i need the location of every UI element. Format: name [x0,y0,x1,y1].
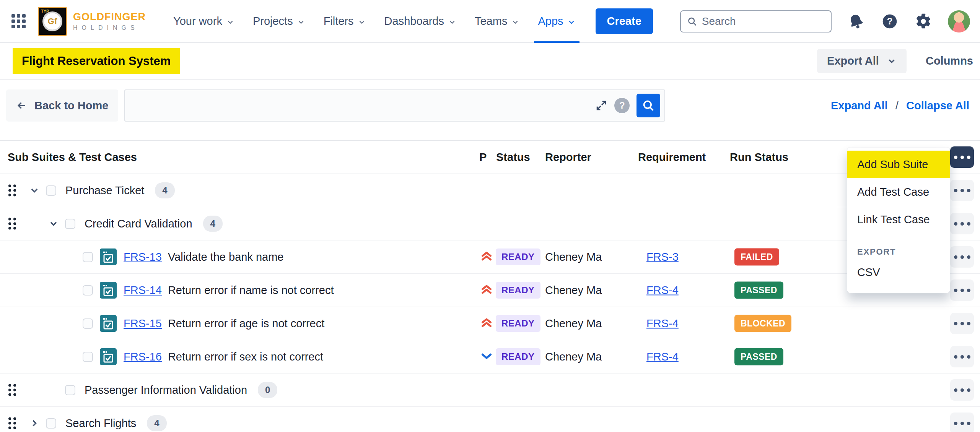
expand-collapse-links: Expand All / Collapse All [831,89,970,122]
row-checkbox[interactable] [65,385,75,395]
suite-actions-more-button[interactable] [950,146,974,168]
table-row: FRS-13 Validate the bank name READY Chen… [0,240,980,274]
collapse-chevron-icon[interactable] [28,185,41,196]
reporter-name: Cheney Ma [545,317,602,330]
columns-button[interactable]: Columns [926,55,973,67]
menu-apps[interactable]: Apps [529,0,584,43]
suite-name[interactable]: Credit Card Validation [85,218,192,230]
expand-all-link[interactable]: Expand All [831,99,888,112]
page-header: Flight Reservation System Export All Col… [0,43,980,79]
row-checkbox[interactable] [83,318,93,329]
back-to-home-label: Back to Home [34,99,108,112]
menu-your-work[interactable]: Your work [164,0,244,43]
test-case-icon [100,315,117,332]
row-checkbox[interactable] [46,418,56,429]
reporter-name: Cheney Ma [545,284,602,297]
search-icon [642,99,655,112]
row-more-button[interactable] [950,379,974,401]
table-row: Search Flights 4 [0,407,980,432]
collapse-chevron-icon[interactable] [47,218,60,229]
column-reporter: Reporter [545,151,591,164]
row-more-button[interactable] [950,346,974,367]
global-search[interactable] [680,10,832,32]
export-all-button[interactable]: Export All [817,49,907,73]
menu-filters[interactable]: Filters [314,0,375,43]
row-more-button[interactable] [950,180,974,201]
syntax-help-icon[interactable]: ? [614,98,630,113]
row-more-button[interactable] [950,246,974,268]
row-more-button[interactable] [950,213,974,234]
test-case-key-link[interactable]: FRS-16 [124,351,162,363]
goldfinger-logo[interactable]: TYP Gf GOLDFINGER HOLDINGS [38,7,146,36]
column-priority: P [479,151,487,164]
collapse-all-link[interactable]: Collapse All [906,99,969,112]
notifications-bell-icon[interactable] [847,12,865,31]
suite-actions-menu: Add Sub Suite Add Test Case Link Test Ca… [847,148,950,293]
filter-query-input[interactable] [133,99,588,112]
case-count-badge: 4 [203,216,223,232]
requirement-link[interactable]: FRS-3 [646,251,679,263]
row-more-button[interactable] [950,413,974,432]
chevron-down-icon [358,18,366,26]
menu-filters-label: Filters [324,15,354,28]
row-checkbox[interactable] [46,185,56,196]
row-checkbox[interactable] [83,285,93,296]
suite-name[interactable]: Passenger Information Validation [85,384,247,396]
test-case-key-link[interactable]: FRS-15 [124,317,162,330]
test-case-icon [100,282,117,299]
menu-section-export: EXPORT [847,247,950,257]
status-badge: READY [496,282,540,299]
menu-item-add-test-case[interactable]: Add Test Case [847,178,950,206]
row-more-button[interactable] [950,279,974,301]
search-icon [687,16,697,27]
menu-item-csv[interactable]: CSV [847,260,950,284]
app-switcher-icon[interactable] [10,13,27,30]
priority-highest-icon [480,316,493,331]
help-icon[interactable]: ? [881,12,899,31]
row-checkbox[interactable] [83,352,93,362]
create-button[interactable]: Create [596,8,653,34]
case-count-badge: 0 [258,382,277,398]
row-checkbox[interactable] [83,252,93,262]
test-case-summary[interactable]: Validate the bank name [168,251,284,263]
table-header: Sub Suites & Test Cases P Status Reporte… [0,141,980,174]
expand-chevron-icon[interactable] [28,418,41,429]
priority-highest-icon [480,249,493,265]
run-filter-search-button[interactable] [637,94,660,117]
logo-badge-text: TYP [41,9,49,13]
status-badge: READY [496,315,540,332]
requirement-link[interactable]: FRS-4 [646,351,679,363]
menu-projects[interactable]: Projects [244,0,314,43]
menu-your-work-label: Your work [173,15,222,28]
toolbar: Back to Home ? Expand All / Collapse All [0,80,980,140]
requirement-link[interactable]: FRS-4 [646,317,679,330]
test-case-key-link[interactable]: FRS-13 [124,251,162,263]
chevron-down-icon [226,18,234,26]
test-case-summary[interactable]: Return error if age is not correct [168,317,324,330]
requirement-link[interactable]: FRS-4 [646,284,679,297]
test-case-summary[interactable]: Return error if name is not correct [168,284,334,297]
test-case-icon [100,248,117,265]
row-checkbox[interactable] [65,219,75,229]
status-badge: READY [496,248,540,265]
menu-item-add-sub-suite[interactable]: Add Sub Suite [847,151,950,178]
test-case-key-link[interactable]: FRS-14 [124,284,162,297]
case-count-badge: 4 [147,415,166,431]
expand-editor-icon[interactable] [595,99,607,112]
menu-item-link-test-case[interactable]: Link Test Case [847,206,950,233]
settings-gear-icon[interactable] [914,12,933,31]
suite-name[interactable]: Purchase Ticket [65,184,144,197]
column-sub-suites: Sub Suites & Test Cases [8,151,137,164]
priority-low-icon [480,349,493,364]
menu-dashboards[interactable]: Dashboards [375,0,466,43]
row-more-button[interactable] [950,313,974,334]
table-row: FRS-16 Return error if sex is not correc… [0,340,980,374]
top-navigation: TYP Gf GOLDFINGER HOLDINGS Your work Pro… [0,0,980,43]
table-row: Passenger Information Validation 0 [0,374,980,407]
test-case-summary[interactable]: Return error if sex is not correct [168,351,323,363]
menu-teams[interactable]: Teams [466,0,529,43]
user-avatar[interactable] [948,10,970,32]
global-search-input[interactable] [702,15,825,28]
back-to-home-button[interactable]: Back to Home [6,89,118,122]
suite-name[interactable]: Search Flights [65,417,136,430]
